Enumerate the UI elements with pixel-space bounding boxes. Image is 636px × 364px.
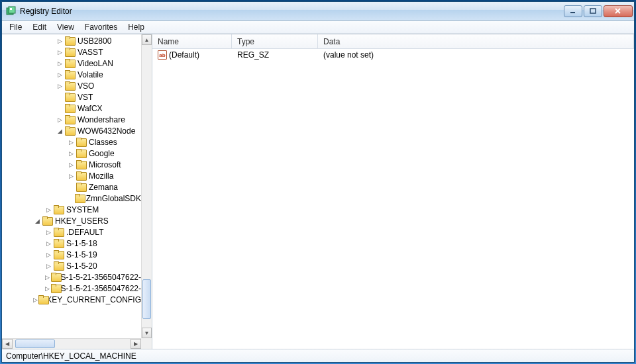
minimize-button[interactable]	[564, 5, 582, 17]
expander-icon[interactable]: ▷	[44, 284, 50, 293]
tree-node-wow6432node[interactable]: ◢WOW6432Node	[2, 125, 141, 136]
folder-icon	[76, 160, 87, 169]
vertical-scrollbar[interactable]: ▲ ▼	[141, 34, 152, 338]
tree-node-mozilla[interactable]: ▷Mozilla	[2, 170, 141, 181]
expander-icon[interactable]: ▷	[44, 228, 53, 236]
tree-node-vasst[interactable]: ▷VASST	[2, 46, 141, 58]
scroll-thumb[interactable]	[142, 279, 151, 319]
menu-help[interactable]: Help	[123, 21, 149, 33]
folder-icon	[76, 149, 87, 158]
tree-node-s-1-5-18[interactable]: ▷S-1-5-18	[2, 238, 141, 249]
tree-label: Google	[89, 149, 115, 158]
menu-favorites[interactable]: Favorites	[80, 21, 122, 33]
title-bar[interactable]: Registry Editor	[2, 2, 634, 21]
expander-icon[interactable]: ◢	[56, 126, 64, 135]
status-path: Computer\HKEY_LOCAL_MACHINE	[6, 351, 136, 361]
tree-node-s-1-5-21-a[interactable]: ▷S-1-5-21-3565047622-	[2, 271, 141, 283]
tree-label: VSO	[78, 81, 94, 91]
tree-label: Classes	[89, 138, 117, 147]
expander-icon[interactable]: ▷	[56, 81, 64, 90]
expander-icon[interactable]: ◢	[33, 216, 42, 225]
menu-edit[interactable]: Edit	[28, 21, 51, 33]
column-header-data[interactable]: Data	[318, 34, 634, 48]
tree-node-hkey-current-config[interactable]: ▷HKEY_CURRENT_CONFIG	[2, 294, 141, 305]
tree-label: WafCX	[78, 104, 103, 113]
expander-icon[interactable]: ▷	[56, 115, 64, 124]
close-button[interactable]	[604, 5, 633, 17]
expander-icon[interactable]: ▷	[44, 261, 53, 270]
scroll-left-button[interactable]: ◀	[2, 339, 13, 349]
tree-node-microsoft[interactable]: ▷Microsoft	[2, 159, 141, 170]
tree-label: Mozilla	[89, 171, 113, 181]
tree-label: S-1-5-21-3565047622-	[61, 273, 141, 282]
tree-node-s-1-5-21-b[interactable]: ▷S-1-5-21-3565047622-	[2, 283, 141, 294]
tree-label: Zemana	[89, 183, 118, 192]
expander-icon[interactable]: ▷	[33, 295, 38, 304]
tree-node-videolan[interactable]: ▷VideoLAN	[2, 58, 141, 69]
expander-icon[interactable]: ▷	[67, 149, 76, 158]
tree-node-s-1-5-19[interactable]: ▷S-1-5-19	[2, 249, 141, 260]
tree-node-wafcx[interactable]: WafCX	[2, 103, 141, 114]
tree-node-zmnglobalsdk[interactable]: ZmnGlobalSDK	[2, 193, 141, 204]
app-icon	[6, 6, 17, 17]
expander-icon[interactable]: ▷	[67, 160, 76, 169]
registry-tree[interactable]: ▷USB2800 ▷VASST ▷VideoLAN ▷Volatile ▷VSO…	[2, 34, 141, 306]
tree-label: WOW6432Node	[78, 126, 135, 136]
expander-icon[interactable]: ▷	[67, 171, 76, 180]
tree-node-zemana[interactable]: Zemana	[2, 181, 141, 193]
expander-icon[interactable]: ▷	[56, 59, 64, 68]
tree-node-vso[interactable]: ▷VSO	[2, 80, 141, 91]
tree-node-usb2800[interactable]: ▷USB2800	[2, 35, 141, 46]
tree-label: .DEFAULT	[66, 228, 103, 237]
value-name: (Default)	[169, 50, 199, 60]
column-header-type[interactable]: Type	[232, 34, 318, 48]
expander-icon[interactable]: ▷	[56, 36, 64, 45]
tree-node-system[interactable]: ▷SYSTEM	[2, 204, 141, 215]
folder-icon	[54, 250, 64, 259]
menu-bar: File Edit View Favorites Help	[2, 21, 634, 34]
folder-icon	[42, 216, 53, 225]
tree-node-vst[interactable]: VST	[2, 91, 141, 103]
window-title: Registry Editor	[20, 7, 564, 16]
menu-file[interactable]: File	[5, 21, 26, 33]
horizontal-scrollbar[interactable]: ◀ ▶	[2, 338, 141, 349]
tree-node-wondershare[interactable]: ▷Wondershare	[2, 114, 141, 125]
expander-icon[interactable]: ▷	[44, 273, 50, 281]
tree-label: Volatile	[78, 70, 103, 79]
tree-node-default[interactable]: ▷.DEFAULT	[2, 226, 141, 238]
expander-icon[interactable]: ▷	[56, 70, 64, 79]
expander-icon[interactable]: ▷	[56, 48, 64, 56]
scroll-up-button[interactable]: ▲	[142, 34, 152, 45]
maximize-button[interactable]	[584, 5, 602, 17]
folder-icon	[65, 104, 76, 113]
list-body[interactable]: ab (Default) REG_SZ (value not set)	[152, 49, 634, 349]
menu-view[interactable]: View	[52, 21, 79, 33]
tree-node-s-1-5-20[interactable]: ▷S-1-5-20	[2, 260, 141, 271]
tree-label: VASST	[78, 48, 103, 57]
tree-node-volatile[interactable]: ▷Volatile	[2, 69, 141, 80]
scroll-thumb[interactable]	[15, 340, 55, 348]
string-value-icon: ab	[158, 50, 167, 60]
tree-label: S-1-5-20	[66, 261, 97, 271]
folder-icon	[65, 115, 76, 124]
tree-label: VST	[78, 93, 93, 102]
tree-node-google[interactable]: ▷Google	[2, 148, 141, 159]
expander-icon[interactable]: ▷	[44, 205, 53, 214]
tree-node-hkey-users[interactable]: ◢HKEY_USERS	[2, 215, 141, 226]
folder-icon	[65, 126, 76, 135]
folder-icon	[54, 261, 64, 270]
folder-icon	[54, 239, 64, 248]
expander-icon[interactable]: ▷	[44, 250, 53, 259]
registry-editor-window: Registry Editor File Edit View Favorites…	[1, 1, 635, 363]
value-row[interactable]: ab (Default) REG_SZ (value not set)	[152, 49, 634, 61]
tree-node-classes[interactable]: ▷Classes	[2, 136, 141, 148]
expander-icon[interactable]: ▷	[67, 138, 76, 146]
scroll-right-button[interactable]: ▶	[131, 339, 141, 349]
status-bar: Computer\HKEY_LOCAL_MACHINE	[2, 349, 634, 362]
scroll-down-button[interactable]: ▼	[142, 328, 152, 338]
expander-icon[interactable]: ▷	[44, 239, 53, 248]
column-header-name[interactable]: Name	[152, 34, 232, 48]
folder-icon	[65, 59, 76, 68]
tree-label: VideoLAN	[78, 59, 113, 68]
window-buttons	[564, 5, 633, 17]
